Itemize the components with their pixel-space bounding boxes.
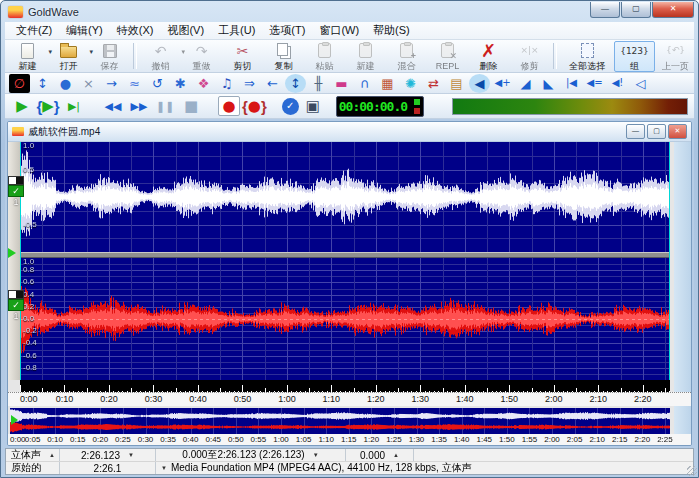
document-maximize-button[interactable]: ▢ [647, 124, 666, 139]
volume-small-icon[interactable]: ◁ [630, 74, 651, 93]
status-cell-srow1-1[interactable]: 2:26.123▼ [60, 449, 156, 461]
overview-strip[interactable] [10, 408, 670, 434]
playback-position-marker[interactable] [8, 248, 16, 258]
status-cell-srow1-2[interactable]: 0.000至2:26.123 (2:26.123)▼ [156, 449, 346, 461]
time-label: 0:30 [145, 394, 163, 404]
set-button[interactable]: {123}组 [614, 41, 655, 72]
menu-item-7[interactable]: 帮助(S) [366, 22, 417, 39]
fast-forward-button[interactable]: ▶▶ [127, 96, 151, 116]
mixer-icon[interactable]: ▦ [377, 74, 398, 93]
open-button[interactable]: 打开▾ [48, 41, 89, 72]
overview-time-label: 2:00 [544, 435, 560, 444]
status-cell-srow2-2[interactable]: ▼Media Foundation MP4 (MPEG4 AAC), 44100… [156, 462, 693, 474]
mix-button: +混合 [386, 41, 427, 72]
play-button[interactable]: ▶ [10, 96, 34, 116]
crossfade-icon[interactable]: ⇄ [423, 74, 444, 93]
menu-item-6[interactable]: 窗口(W) [312, 22, 366, 39]
toolbar-separator [133, 43, 137, 69]
transport-toolbar: ▶{▶}▶|◀◀▶▶❚❚■●{●}✓▣ 00:00:00.0 [5, 94, 694, 119]
fade-in-icon[interactable]: ◢ [515, 74, 536, 93]
channel-enabled-checkbox[interactable]: ✓ [8, 299, 24, 311]
mechanize-icon[interactable]: ✱ [170, 74, 191, 93]
channel-enabled-checkbox[interactable]: ✓ [8, 185, 24, 197]
waveform-canvas[interactable] [20, 142, 670, 380]
time-ruler[interactable] [20, 380, 670, 392]
paste-new-icon [359, 41, 372, 61]
volume-up-icon[interactable]: ◀+ [492, 74, 513, 93]
echo-icon[interactable]: ⇒ [239, 74, 260, 93]
volume-bars-icon[interactable]: ▬ [331, 74, 352, 93]
maximize-window-button[interactable]: ▢ [621, 2, 651, 18]
menu-item-2[interactable]: 特效(X) [110, 22, 161, 39]
fade-out-icon[interactable]: ◣ [538, 74, 559, 93]
channel-view-icon [8, 290, 24, 299]
overview-canvas[interactable] [10, 408, 670, 434]
delete-button[interactable]: ✗删除 [468, 41, 509, 72]
volume-start-icon[interactable]: |◀ [561, 74, 582, 93]
document-title-bar[interactable]: 威航软件园.mp4 —▢✕ [8, 122, 691, 142]
right-channel-control[interactable]: ✓ 1 [8, 290, 24, 321]
equalizer-icon[interactable]: ╫ [308, 74, 329, 93]
pan-left-icon[interactable]: ← [262, 74, 283, 93]
new-button[interactable]: 新建▾ [7, 41, 48, 72]
video-box-icon[interactable]: ▤ [446, 74, 467, 93]
speaker-icon[interactable]: ◀ [469, 74, 490, 93]
menu-item-3[interactable]: 视图(V) [160, 22, 211, 39]
status-dropdown-arrow[interactable]: ▼ [313, 452, 319, 458]
silence-icon[interactable]: ∅ [9, 74, 30, 93]
select-all-label: 全部选择 [569, 61, 605, 71]
title-bar[interactable]: GoldWave —▢✕ [5, 1, 694, 22]
workspace-area: 威航软件园.mp4 —▢✕ 1.00.5-0.51.00.80.60.40.20… [5, 119, 694, 448]
close-window-button[interactable]: ✕ [652, 2, 694, 18]
minimize-window-button[interactable]: — [590, 2, 620, 18]
amplitude-label: -0.5 [23, 221, 37, 229]
resize-grip[interactable] [687, 466, 697, 476]
volume-max-icon[interactable]: ◀! [607, 74, 628, 93]
offset-icon[interactable]: → [101, 74, 122, 93]
document-close-button[interactable]: ✕ [668, 124, 687, 139]
left-channel-control[interactable]: ✓ 1 [8, 176, 24, 207]
play-to-end-button[interactable]: ▶| [62, 96, 86, 116]
menu-item-0[interactable]: 文件(Z) [9, 22, 59, 39]
menu-item-4[interactable]: 工具(U) [211, 22, 262, 39]
volume-match-icon[interactable]: ◀= [584, 74, 605, 93]
cut-button[interactable]: ✂剪切 [222, 41, 263, 72]
record-settings-button[interactable]: ▣ [301, 96, 325, 116]
overview-time-label: 0:00 [10, 435, 26, 444]
invert-icon[interactable]: ↕ [285, 74, 306, 93]
overview-time-label: 0:40 [183, 435, 199, 444]
point-edit-icon[interactable]: × [78, 74, 99, 93]
amplitude-label: 0.0 [23, 315, 34, 323]
time-label: 1:30 [412, 394, 430, 404]
reverse-icon[interactable]: ↺ [147, 74, 168, 93]
status-cell-srow1-3[interactable]: 0.000▲ [346, 449, 414, 461]
rewind-button[interactable]: ◀◀ [101, 96, 125, 116]
play-selection-button[interactable]: {▶} [36, 96, 60, 116]
doppler-icon[interactable]: ≈ [124, 74, 145, 93]
copy-button[interactable]: 复制 [263, 41, 304, 72]
select-all-button[interactable]: 全部选择 [560, 41, 614, 72]
status-dropdown-arrow[interactable]: ▲ [393, 452, 399, 458]
status-dropdown-arrow[interactable]: ▼ [161, 465, 167, 471]
record-button[interactable]: ● [218, 96, 240, 116]
pitch-icon[interactable]: ● [55, 74, 76, 93]
monitor-button[interactable]: ✓ [282, 98, 299, 115]
flanger-icon[interactable]: ❖ [193, 74, 214, 93]
status-dropdown-arrow[interactable]: ▲ [49, 452, 55, 458]
spectrum-icon[interactable]: ✺ [400, 74, 421, 93]
reverb-icon[interactable]: ∩ [354, 74, 375, 93]
amplitude-label: 0.6 [23, 278, 34, 286]
record-selection-button[interactable]: {●} [242, 96, 267, 116]
volume-shape-icon[interactable]: ↕ [32, 74, 53, 93]
amplitude-label: 0.4 [23, 291, 34, 299]
status-text: 原始的 [11, 462, 41, 474]
menu-item-5[interactable]: 选项(T) [262, 22, 312, 39]
new-icon [21, 41, 34, 61]
document-body: 1.00.5-0.51.00.80.60.40.20.0-0.2-0.4-0.6… [8, 142, 691, 446]
filter-icon[interactable]: ♫ [216, 74, 237, 93]
status-cell-srow1-0[interactable]: 立体声▲ [6, 449, 60, 461]
document-minimize-button[interactable]: — [626, 124, 645, 139]
menu-item-1[interactable]: 编辑(Y) [59, 22, 110, 39]
status-dropdown-arrow[interactable]: ▼ [128, 452, 134, 458]
overview-time-label: 1:55 [522, 435, 538, 444]
